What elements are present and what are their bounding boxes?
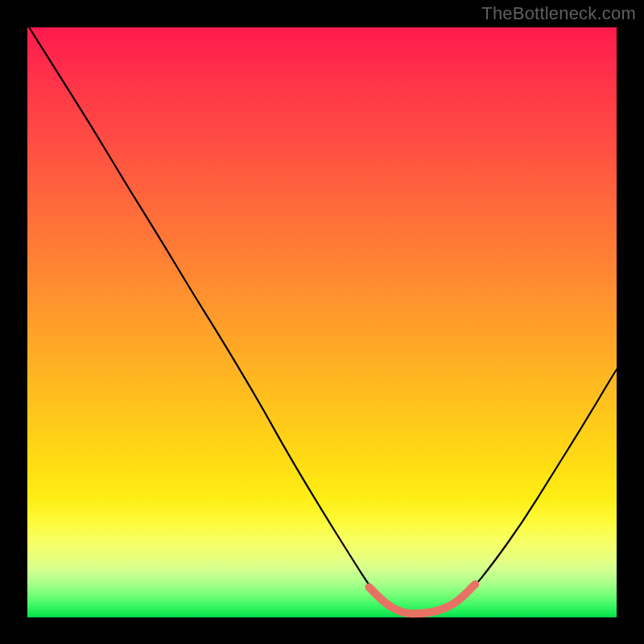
main-curve	[29, 27, 617, 613]
chart-frame: TheBottleneck.com	[0, 0, 644, 644]
curve-layer	[27, 27, 617, 617]
watermark-text: TheBottleneck.com	[481, 3, 636, 24]
highlight-segment	[369, 584, 476, 614]
plot-area	[27, 27, 617, 617]
